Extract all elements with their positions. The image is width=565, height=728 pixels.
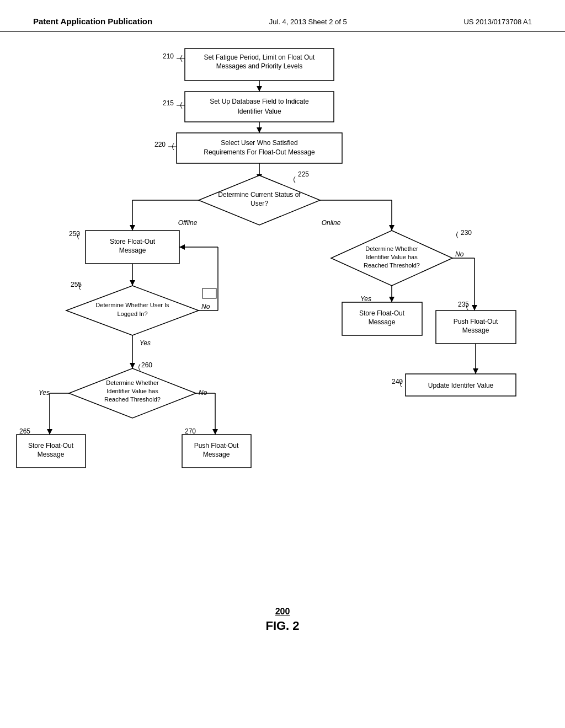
svg-text:Message: Message (369, 318, 396, 326)
publication-title: Patent Application Publication (33, 17, 152, 26)
svg-text:Reached Threshold?: Reached Threshold? (104, 396, 161, 403)
svg-text:240: 240 (392, 378, 403, 386)
svg-text:Store Float-Out: Store Float-Out (359, 309, 405, 317)
svg-marker-70 (212, 429, 218, 435)
svg-text:Store Float-Out: Store Float-Out (28, 442, 74, 449)
svg-text:Identifier Value: Identifier Value (237, 108, 281, 115)
date-sheet: Jul. 4, 2013 Sheet 2 of 5 (269, 18, 347, 26)
svg-text:No: No (199, 389, 207, 397)
svg-text:270: 270 (185, 427, 196, 435)
svg-rect-7 (185, 92, 334, 122)
svg-text:Message: Message (38, 451, 65, 458)
svg-marker-88 (472, 305, 477, 311)
svg-text:215: 215 (163, 99, 174, 107)
svg-text:Yes: Yes (140, 339, 151, 347)
svg-text:Determine Whether: Determine Whether (365, 245, 418, 252)
svg-text:Determine Whether User Is: Determine Whether User Is (95, 302, 169, 308)
svg-text:250: 250 (69, 230, 80, 238)
svg-text:260: 260 (141, 361, 152, 369)
svg-text:Update Identifer Value: Update Identifer Value (428, 382, 494, 389)
svg-text:Message: Message (119, 247, 146, 254)
svg-text:Online: Online (322, 219, 341, 227)
svg-text:Determine Current Status of: Determine Current Status of (218, 191, 301, 199)
svg-marker-44 (130, 280, 135, 286)
page-header: Patent Application Publication Jul. 4, 2… (0, 0, 565, 32)
svg-text:255: 255 (71, 281, 82, 288)
svg-text:Requirements For Float-Out Mes: Requirements For Float-Out Message (204, 148, 315, 156)
svg-text:Set Up Database Field to Indic: Set Up Database Field to Indicate (210, 98, 309, 105)
svg-text:Logged In?: Logged In? (117, 311, 147, 317)
figure-number: 200 (0, 607, 565, 617)
figure-label: 200 FIG. 2 (0, 607, 565, 633)
svg-text:User?: User? (250, 200, 268, 207)
svg-text:220: 220 (154, 141, 166, 148)
svg-text:Select User Who Satisfied: Select User Who Satisfied (221, 139, 297, 147)
figure-name: FIG. 2 (265, 619, 299, 633)
svg-text:Messages and Priority Levels: Messages and Priority Levels (216, 62, 303, 70)
svg-marker-67 (47, 429, 52, 435)
svg-text:Push Float-Out: Push Float-Out (454, 318, 498, 325)
svg-text:Identifier Value has: Identifier Value has (366, 254, 418, 260)
svg-text:Message: Message (203, 451, 230, 458)
svg-text:Identifier Value has: Identifier Value has (106, 388, 158, 394)
svg-text:265: 265 (19, 427, 30, 435)
svg-text:Offline: Offline (178, 219, 198, 227)
patent-number: US 2013/0173708 A1 (463, 18, 532, 26)
svg-marker-54 (179, 244, 185, 250)
svg-text:Reached Threshold?: Reached Threshold? (364, 262, 420, 269)
svg-marker-57 (130, 363, 135, 368)
svg-text:Push Float-Out: Push Float-Out (194, 442, 239, 449)
svg-text:No: No (455, 250, 464, 258)
svg-marker-6 (257, 86, 262, 92)
svg-marker-13 (257, 127, 262, 133)
svg-text:Determine Whether: Determine Whether (106, 379, 159, 386)
svg-text:225: 225 (298, 170, 309, 178)
svg-marker-32 (389, 225, 395, 231)
svg-text:230: 230 (461, 229, 472, 237)
svg-marker-29 (130, 225, 135, 231)
svg-marker-94 (473, 368, 478, 374)
patent-page: Patent Application Publication Jul. 4, 2… (0, 0, 565, 728)
svg-text:Yes: Yes (360, 295, 371, 303)
svg-marker-81 (389, 297, 395, 302)
svg-text:Set Fatigue Period, Limit on F: Set Fatigue Period, Limit on Float Out (204, 53, 315, 61)
svg-text:235: 235 (458, 301, 469, 308)
svg-text:Message: Message (462, 326, 489, 334)
svg-text:Store Float-Out: Store Float-Out (110, 238, 156, 245)
svg-text:No: No (201, 303, 210, 311)
svg-text:Yes: Yes (39, 389, 50, 397)
flowchart-svg: Set Fatigue Period, Limit on Float Out M… (0, 32, 565, 666)
diagram-area: Set Fatigue Period, Limit on Float Out M… (0, 32, 565, 666)
svg-text:210: 210 (163, 52, 174, 60)
svg-rect-55 (202, 288, 216, 298)
